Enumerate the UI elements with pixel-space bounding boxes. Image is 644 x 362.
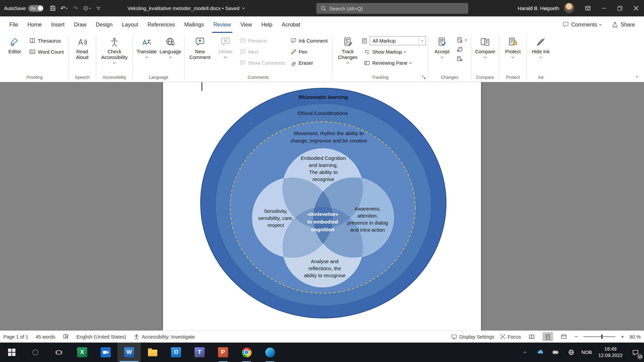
taskbar-edge[interactable] [258, 343, 282, 362]
task-view-button[interactable] [47, 343, 70, 362]
tab-help[interactable]: Help [257, 16, 277, 33]
zoom-slider[interactable] [583, 336, 615, 337]
taskbar-excel[interactable] [70, 343, 94, 362]
accessibility-status[interactable]: Accessibility: Investigate [133, 334, 195, 340]
check-accessibility-button[interactable]: Check Accessibility [98, 35, 130, 63]
taskbar-outlook[interactable] [164, 343, 188, 362]
share-button[interactable]: Share [607, 19, 639, 30]
diagram-outer-label: Rhizomatic learning [299, 94, 348, 100]
taskbar-camera-app[interactable] [94, 343, 117, 362]
taskbar-teams[interactable] [188, 343, 211, 362]
display-for-review-combobox[interactable]: All Markup [370, 36, 426, 45]
zoom-out-button[interactable]: − [575, 334, 578, 340]
tab-draw[interactable]: Draw [69, 16, 91, 33]
model-diagram[interactable]: Rhizomatic learning Ethical Consideratio… [163, 82, 481, 330]
tab-file[interactable]: File [5, 16, 23, 33]
focus-button[interactable]: Focus [500, 334, 521, 340]
thesaurus-button[interactable]: Thesaurus [27, 35, 66, 46]
translate-button[interactable]: Translate [135, 35, 158, 58]
touch-mouse-mode-button[interactable] [81, 3, 93, 14]
tracking-dialog-launcher[interactable] [421, 74, 427, 80]
zoom-slider-thumb[interactable] [601, 335, 603, 339]
search-box[interactable]: Search (Alt+Q) [316, 3, 468, 14]
taskbar-chrome[interactable] [235, 343, 258, 362]
language-status[interactable]: English (United States) [76, 334, 126, 340]
tray-expand-button[interactable] [517, 343, 533, 362]
hide-ink-button[interactable]: Hide Ink [529, 35, 552, 58]
close-button[interactable] [628, 0, 644, 16]
taskbar-file-explorer[interactable] [141, 343, 164, 362]
previous-change-button[interactable] [454, 45, 469, 54]
language-button[interactable]: Language [159, 35, 182, 58]
track-changes-button[interactable]: Track Changes [334, 35, 361, 63]
search-placeholder: Search (Alt+Q) [329, 6, 363, 11]
show-comments-button[interactable]: Show Comments [237, 57, 287, 68]
maximize-restore-button[interactable] [612, 0, 628, 16]
word-count-status[interactable]: 45 words [36, 334, 55, 340]
tab-acrobat[interactable]: Acrobat [277, 16, 305, 33]
previous-comment-button[interactable]: Previous [237, 35, 287, 46]
accept-button[interactable]: Accept [430, 35, 454, 58]
redo-button[interactable]: ↷ [70, 3, 81, 14]
next-comment-button[interactable]: Next [237, 46, 287, 57]
page-number-status[interactable]: Page 1 of 1 [3, 334, 28, 340]
pen-button[interactable]: Pen [288, 46, 330, 57]
spell-check-status[interactable] [63, 334, 69, 340]
read-aloud-button[interactable]: Read Aloud [70, 35, 94, 60]
customize-quick-access-toolbar-button[interactable] [93, 3, 104, 14]
compare-button[interactable]: Compare [473, 35, 497, 58]
user-name[interactable]: Harald B. Høgseth [518, 5, 559, 11]
tab-layout[interactable]: Layout [117, 16, 143, 33]
taskbar-word[interactable] [117, 343, 141, 362]
editor-button[interactable]: Editor [3, 35, 26, 55]
undo-button[interactable]: ↶ [58, 3, 70, 14]
taskbar-search-button[interactable] [23, 343, 47, 362]
group-language: Translate Language Language [133, 33, 184, 82]
zoom-in-button[interactable]: + [621, 334, 624, 340]
show-markup-button[interactable]: Show Markup [362, 46, 426, 57]
collapse-ribbon-button[interactable] [633, 74, 641, 80]
tab-insert[interactable]: Insert [46, 16, 69, 33]
network-tray-button[interactable] [564, 343, 579, 362]
save-button[interactable] [47, 3, 58, 14]
autosave-toggle[interactable]: On [28, 5, 44, 12]
document-title[interactable]: Veksling_kvalitative metoder_modell.docx… [127, 5, 245, 11]
eraser-button[interactable]: Eraser [288, 57, 330, 68]
read-mode-button[interactable] [526, 332, 537, 341]
avatar[interactable] [564, 3, 574, 13]
battery-tray-button[interactable] [548, 343, 564, 362]
onedrive-tray-button[interactable] [533, 343, 548, 362]
battery-icon [552, 349, 559, 356]
tab-view[interactable]: View [236, 16, 257, 33]
task-view-icon [55, 349, 62, 356]
comments-button[interactable]: Comments [558, 19, 605, 30]
input-language-button[interactable]: NOB [579, 343, 594, 362]
tab-design[interactable]: Design [91, 16, 117, 33]
print-layout-button[interactable] [542, 332, 553, 341]
diagram-bottom-circle-line: ability to recognise [304, 273, 345, 278]
action-center-button[interactable]: 13 [627, 343, 644, 362]
combobox-arrow[interactable] [418, 37, 426, 45]
tab-home[interactable]: Home [23, 16, 47, 33]
protect-button[interactable]: Protect [501, 35, 525, 58]
taskbar-powerpoint[interactable] [211, 343, 235, 362]
start-button[interactable] [0, 343, 23, 362]
next-change-button[interactable] [454, 54, 469, 63]
zoom-level[interactable]: 80 % [630, 334, 641, 340]
minimize-button[interactable] [596, 0, 612, 16]
autosave-control[interactable]: AutoSave On [4, 5, 44, 12]
web-layout-button[interactable] [558, 332, 569, 341]
delete-comment-button[interactable]: Delete [214, 35, 237, 58]
tab-review[interactable]: Review [209, 16, 235, 33]
word-count-button[interactable]: Word Count [27, 46, 66, 57]
reject-button[interactable] [454, 35, 469, 45]
display-settings-button[interactable]: Display Settings [451, 334, 494, 340]
clock[interactable]: 16:49 12.09.2022 [594, 343, 627, 362]
tab-mailings[interactable]: Mailings [180, 16, 209, 33]
document-page[interactable]: Rhizomatic learning Ethical Consideratio… [163, 82, 481, 330]
new-comment-button[interactable]: New Comment [186, 35, 213, 60]
ink-comment-button[interactable]: Ink Comment [288, 35, 330, 46]
reviewing-pane-button[interactable]: Reviewing Pane [362, 57, 426, 68]
ribbon-display-options-button[interactable] [580, 0, 596, 16]
tab-references[interactable]: References [143, 16, 180, 33]
